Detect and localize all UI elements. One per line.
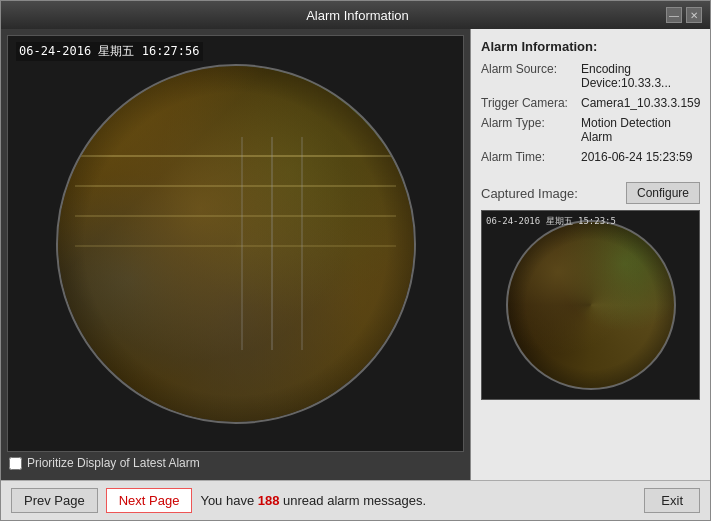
window-controls: — ✕ [666,7,702,23]
alarm-source-row: Alarm Source: Encoding Device:10.33.3... [481,62,700,90]
camera-timestamp: 06-24-2016 星期五 16:27:56 [16,42,203,61]
title-bar: Alarm Information — ✕ [1,1,710,29]
message-count: 188 [258,493,280,508]
left-panel: 06-24-2016 星期五 16:27:56 Prioritize Displ… [1,29,470,480]
window-title: Alarm Information [49,8,666,23]
alarm-trigger-label: Trigger Camera: [481,96,581,110]
camera-view: 06-24-2016 星期五 16:27:56 [7,35,464,452]
alarm-source-value: Encoding Device:10.33.3... [581,62,700,90]
small-timestamp: 06-24-2016 星期五 15:23:5 [486,215,616,228]
alarm-type-row: Alarm Type: Motion Detection Alarm [481,116,700,144]
alarm-trigger-row: Trigger Camera: Camera1_10.33.3.159 [481,96,700,110]
next-page-button[interactable]: Next Page [106,488,193,513]
bottom-bar: Prev Page Next Page You have 188 unread … [1,480,710,520]
right-panel: Alarm Information: Alarm Source: Encodin… [470,29,710,480]
alarm-info-title: Alarm Information: [481,39,700,54]
close-button[interactable]: ✕ [686,7,702,23]
alarm-source-label: Alarm Source: [481,62,581,90]
captured-section: Captured Image: Configure 06-24-2016 星期五… [481,182,700,400]
prioritize-checkbox[interactable] [9,457,22,470]
prev-page-button[interactable]: Prev Page [11,488,98,513]
alarm-window: Alarm Information — ✕ 06-24-2016 星期五 16:… [0,0,711,521]
alarm-trigger-value: Camera1_10.33.3.159 [581,96,700,110]
alarm-type-label: Alarm Type: [481,116,581,144]
message-prefix: You have [200,493,257,508]
minimize-button[interactable]: — [666,7,682,23]
captured-image-view: 06-24-2016 星期五 15:23:5 [481,210,700,400]
prioritize-checkbox-label[interactable]: Prioritize Display of Latest Alarm [9,456,200,470]
fisheye-small-vignette [508,222,674,388]
fisheye-small-image [506,220,676,390]
main-content: 06-24-2016 星期五 16:27:56 Prioritize Displ… [1,29,710,480]
alarm-time-value: 2016-06-24 15:23:59 [581,150,700,164]
alarm-info-section: Alarm Information: Alarm Source: Encodin… [481,39,700,170]
left-bottom-bar: Prioritize Display of Latest Alarm [7,452,464,474]
alarm-time-label: Alarm Time: [481,150,581,164]
fisheye-vignette [58,66,414,422]
configure-button[interactable]: Configure [626,182,700,204]
message-text: You have 188 unread alarm messages. [200,493,636,508]
alarm-type-value: Motion Detection Alarm [581,116,700,144]
exit-button[interactable]: Exit [644,488,700,513]
captured-header: Captured Image: Configure [481,182,700,204]
prioritize-label: Prioritize Display of Latest Alarm [27,456,200,470]
fisheye-main-image [56,64,416,424]
captured-label: Captured Image: [481,186,578,201]
message-suffix: unread alarm messages. [279,493,426,508]
alarm-time-row: Alarm Time: 2016-06-24 15:23:59 [481,150,700,164]
